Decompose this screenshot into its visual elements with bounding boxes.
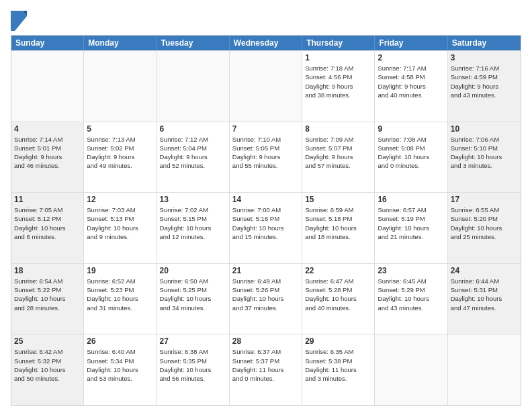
day-info: Sunrise: 7:17 AM Sunset: 4:58 PM Dayligh…: [378, 64, 444, 99]
day-number: 26: [87, 336, 153, 346]
week-row-3: 18Sunrise: 6:54 AM Sunset: 5:22 PM Dayli…: [11, 263, 521, 334]
day-info: Sunrise: 6:55 AM Sunset: 5:20 PM Dayligh…: [451, 205, 518, 241]
header-day-thursday: Thursday: [302, 36, 375, 50]
calendar-header: SundayMondayTuesdayWednesdayThursdayFrid…: [11, 36, 521, 50]
week-row-4: 25Sunrise: 6:42 AM Sunset: 5:32 PM Dayli…: [11, 334, 521, 405]
header-day-friday: Friday: [375, 36, 447, 50]
week-row-1: 4Sunrise: 7:14 AM Sunset: 5:01 PM Daylig…: [11, 122, 521, 193]
cal-cell: 4Sunrise: 7:14 AM Sunset: 5:01 PM Daylig…: [11, 122, 84, 193]
day-number: 22: [305, 266, 371, 275]
day-number: 12: [87, 195, 153, 204]
cal-cell: 3Sunrise: 7:16 AM Sunset: 4:59 PM Daylig…: [448, 51, 521, 122]
day-number: 5: [87, 124, 153, 134]
cal-cell: 14Sunrise: 7:00 AM Sunset: 5:16 PM Dayli…: [230, 193, 302, 263]
cal-cell: 1Sunrise: 7:18 AM Sunset: 4:56 PM Daylig…: [302, 51, 375, 122]
cal-cell: 27Sunrise: 6:38 AM Sunset: 5:35 PM Dayli…: [157, 334, 230, 405]
day-info: Sunrise: 6:45 AM Sunset: 5:29 PM Dayligh…: [378, 277, 444, 312]
cal-cell: 5Sunrise: 7:13 AM Sunset: 5:02 PM Daylig…: [84, 122, 157, 193]
day-info: Sunrise: 7:05 AM Sunset: 5:12 PM Dayligh…: [14, 205, 81, 241]
day-number: 15: [305, 195, 371, 204]
day-info: Sunrise: 6:42 AM Sunset: 5:32 PM Dayligh…: [14, 347, 81, 383]
day-info: Sunrise: 7:12 AM Sunset: 5:04 PM Dayligh…: [160, 135, 226, 171]
header-day-saturday: Saturday: [448, 36, 521, 50]
day-info: Sunrise: 6:50 AM Sunset: 5:25 PM Dayligh…: [160, 277, 226, 312]
day-info: Sunrise: 6:49 AM Sunset: 5:26 PM Dayligh…: [232, 277, 299, 312]
cal-cell: 9Sunrise: 7:08 AM Sunset: 5:08 PM Daylig…: [375, 122, 447, 193]
day-info: Sunrise: 7:10 AM Sunset: 5:05 PM Dayligh…: [232, 135, 299, 171]
cal-cell: 29Sunrise: 6:35 AM Sunset: 5:38 PM Dayli…: [302, 334, 375, 405]
day-number: 18: [14, 266, 81, 275]
cal-cell: [375, 334, 447, 405]
day-number: 16: [378, 195, 444, 204]
cal-cell: 16Sunrise: 6:57 AM Sunset: 5:19 PM Dayli…: [375, 193, 447, 263]
day-number: 10: [451, 124, 518, 134]
day-number: 11: [14, 195, 81, 204]
day-info: Sunrise: 6:38 AM Sunset: 5:35 PM Dayligh…: [160, 347, 226, 383]
svg-marker-0: [11, 11, 27, 31]
day-info: Sunrise: 7:06 AM Sunset: 5:10 PM Dayligh…: [451, 135, 518, 171]
cal-cell: 2Sunrise: 7:17 AM Sunset: 4:58 PM Daylig…: [375, 51, 447, 122]
day-info: Sunrise: 6:40 AM Sunset: 5:34 PM Dayligh…: [87, 347, 153, 383]
day-number: 4: [14, 124, 81, 134]
day-info: Sunrise: 6:52 AM Sunset: 5:23 PM Dayligh…: [87, 277, 153, 312]
cal-cell: 8Sunrise: 7:09 AM Sunset: 5:07 PM Daylig…: [302, 122, 375, 193]
cal-cell: 22Sunrise: 6:47 AM Sunset: 5:28 PM Dayli…: [302, 264, 375, 334]
calendar-body: 1Sunrise: 7:18 AM Sunset: 4:56 PM Daylig…: [11, 50, 521, 405]
cal-cell: 13Sunrise: 7:02 AM Sunset: 5:15 PM Dayli…: [157, 193, 230, 263]
cal-cell: 11Sunrise: 7:05 AM Sunset: 5:12 PM Dayli…: [11, 193, 84, 263]
cal-cell: 15Sunrise: 6:59 AM Sunset: 5:18 PM Dayli…: [302, 193, 375, 263]
header-day-tuesday: Tuesday: [157, 36, 230, 50]
cal-cell: 28Sunrise: 6:37 AM Sunset: 5:37 PM Dayli…: [230, 334, 302, 405]
cal-cell: 17Sunrise: 6:55 AM Sunset: 5:20 PM Dayli…: [448, 193, 521, 263]
day-number: 25: [14, 336, 81, 346]
day-info: Sunrise: 6:54 AM Sunset: 5:22 PM Dayligh…: [14, 277, 81, 312]
day-number: 20: [160, 266, 226, 275]
day-number: 23: [378, 266, 444, 275]
cal-cell: 18Sunrise: 6:54 AM Sunset: 5:22 PM Dayli…: [11, 264, 84, 334]
day-info: Sunrise: 7:00 AM Sunset: 5:16 PM Dayligh…: [232, 205, 299, 241]
day-info: Sunrise: 6:57 AM Sunset: 5:19 PM Dayligh…: [378, 205, 444, 241]
cal-cell: 20Sunrise: 6:50 AM Sunset: 5:25 PM Dayli…: [157, 264, 230, 334]
logo-icon: [11, 11, 27, 31]
header-day-monday: Monday: [84, 36, 157, 50]
day-info: Sunrise: 7:13 AM Sunset: 5:02 PM Dayligh…: [87, 135, 153, 171]
week-row-0: 1Sunrise: 7:18 AM Sunset: 4:56 PM Daylig…: [11, 50, 521, 122]
day-number: 28: [232, 336, 299, 346]
cal-cell: [230, 51, 302, 122]
cal-cell: 7Sunrise: 7:10 AM Sunset: 5:05 PM Daylig…: [230, 122, 302, 193]
cal-cell: 10Sunrise: 7:06 AM Sunset: 5:10 PM Dayli…: [448, 122, 521, 193]
day-number: 14: [232, 195, 299, 204]
cal-cell: 12Sunrise: 7:03 AM Sunset: 5:13 PM Dayli…: [84, 193, 157, 263]
day-number: 2: [378, 53, 444, 62]
day-number: 7: [232, 124, 299, 134]
day-info: Sunrise: 6:59 AM Sunset: 5:18 PM Dayligh…: [305, 205, 371, 241]
day-info: Sunrise: 7:14 AM Sunset: 5:01 PM Dayligh…: [14, 135, 81, 171]
day-number: 3: [451, 53, 518, 62]
day-info: Sunrise: 7:02 AM Sunset: 5:15 PM Dayligh…: [160, 205, 226, 241]
cal-cell: 21Sunrise: 6:49 AM Sunset: 5:26 PM Dayli…: [230, 264, 302, 334]
header-day-wednesday: Wednesday: [230, 36, 302, 50]
week-row-2: 11Sunrise: 7:05 AM Sunset: 5:12 PM Dayli…: [11, 192, 521, 263]
day-number: 1: [305, 53, 371, 62]
page: SundayMondayTuesdayWednesdayThursdayFrid…: [0, 0, 532, 411]
day-info: Sunrise: 7:16 AM Sunset: 4:59 PM Dayligh…: [451, 64, 518, 99]
header-day-sunday: Sunday: [11, 36, 84, 50]
cal-cell: [157, 51, 230, 122]
day-number: 13: [160, 195, 226, 204]
calendar: SundayMondayTuesdayWednesdayThursdayFrid…: [11, 35, 521, 406]
day-info: Sunrise: 6:35 AM Sunset: 5:38 PM Dayligh…: [305, 347, 371, 383]
day-number: 6: [160, 124, 226, 134]
day-info: Sunrise: 7:08 AM Sunset: 5:08 PM Dayligh…: [378, 135, 444, 171]
cal-cell: 6Sunrise: 7:12 AM Sunset: 5:04 PM Daylig…: [157, 122, 230, 193]
cal-cell: 24Sunrise: 6:44 AM Sunset: 5:31 PM Dayli…: [448, 264, 521, 334]
day-number: 27: [160, 336, 226, 346]
day-number: 24: [451, 266, 518, 275]
day-number: 17: [451, 195, 518, 204]
day-info: Sunrise: 7:18 AM Sunset: 4:56 PM Dayligh…: [305, 64, 371, 99]
day-number: 21: [232, 266, 299, 275]
day-number: 9: [378, 124, 444, 134]
day-info: Sunrise: 7:09 AM Sunset: 5:07 PM Dayligh…: [305, 135, 371, 171]
day-info: Sunrise: 6:37 AM Sunset: 5:37 PM Dayligh…: [232, 347, 299, 383]
cal-cell: 23Sunrise: 6:45 AM Sunset: 5:29 PM Dayli…: [375, 264, 447, 334]
cal-cell: [448, 334, 521, 405]
